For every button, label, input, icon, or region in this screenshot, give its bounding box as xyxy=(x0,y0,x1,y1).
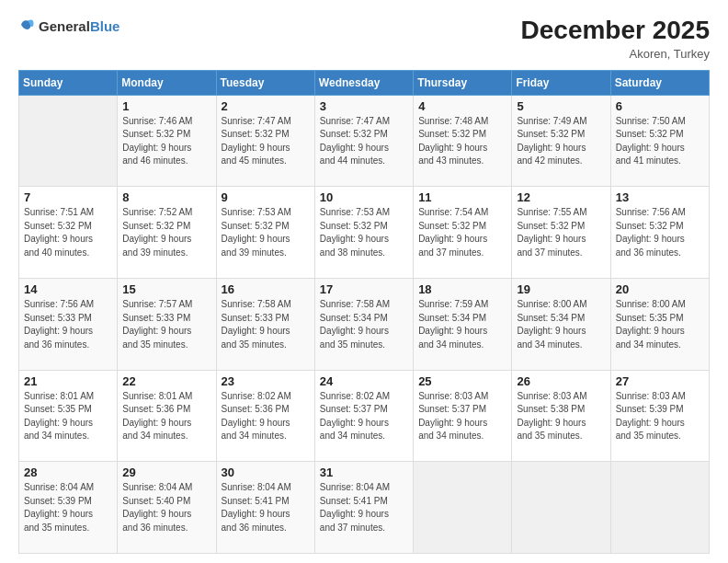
week-row-2: 14Sunrise: 7:56 AM Sunset: 5:33 PM Dayli… xyxy=(19,279,710,371)
day-number: 3 xyxy=(320,99,408,113)
day-detail: Sunrise: 7:48 AM Sunset: 5:32 PM Dayligh… xyxy=(418,115,506,168)
calendar-header: SundayMondayTuesdayWednesdayThursdayFrid… xyxy=(19,70,710,95)
day-detail: Sunrise: 8:02 AM Sunset: 5:36 PM Dayligh… xyxy=(222,390,310,443)
day-number: 13 xyxy=(616,190,704,204)
day-detail: Sunrise: 8:02 AM Sunset: 5:37 PM Dayligh… xyxy=(320,390,408,443)
day-number: 7 xyxy=(24,190,112,204)
day-cell: 24Sunrise: 8:02 AM Sunset: 5:37 PM Dayli… xyxy=(314,370,413,462)
day-number: 5 xyxy=(517,99,605,113)
day-number: 30 xyxy=(222,465,310,479)
day-detail: Sunrise: 7:53 AM Sunset: 5:32 PM Dayligh… xyxy=(320,206,408,259)
day-detail: Sunrise: 7:59 AM Sunset: 5:34 PM Dayligh… xyxy=(418,298,506,351)
calendar-body: 1Sunrise: 7:46 AM Sunset: 5:32 PM Daylig… xyxy=(19,95,710,553)
day-detail: Sunrise: 8:01 AM Sunset: 5:35 PM Dayligh… xyxy=(24,390,112,443)
day-number: 26 xyxy=(517,374,605,388)
day-cell: 30Sunrise: 8:04 AM Sunset: 5:41 PM Dayli… xyxy=(216,462,314,554)
logo: GeneralBlue xyxy=(18,17,119,37)
day-number: 24 xyxy=(320,374,408,388)
day-number: 14 xyxy=(24,282,112,296)
day-cell: 16Sunrise: 7:58 AM Sunset: 5:33 PM Dayli… xyxy=(216,279,314,371)
day-number: 18 xyxy=(418,282,506,296)
day-detail: Sunrise: 8:03 AM Sunset: 5:39 PM Dayligh… xyxy=(616,390,704,443)
day-cell: 22Sunrise: 8:01 AM Sunset: 5:36 PM Dayli… xyxy=(118,370,216,462)
day-number: 17 xyxy=(320,282,408,296)
day-number: 4 xyxy=(418,99,506,113)
week-row-3: 21Sunrise: 8:01 AM Sunset: 5:35 PM Dayli… xyxy=(19,370,710,462)
day-cell: 6Sunrise: 7:50 AM Sunset: 5:32 PM Daylig… xyxy=(610,95,709,187)
day-detail: Sunrise: 7:56 AM Sunset: 5:33 PM Dayligh… xyxy=(24,298,112,351)
day-cell: 5Sunrise: 7:49 AM Sunset: 5:32 PM Daylig… xyxy=(512,95,610,187)
day-cell: 27Sunrise: 8:03 AM Sunset: 5:39 PM Dayli… xyxy=(610,370,709,462)
day-number: 23 xyxy=(222,374,310,388)
week-row-0: 1Sunrise: 7:46 AM Sunset: 5:32 PM Daylig… xyxy=(19,95,710,187)
day-detail: Sunrise: 8:03 AM Sunset: 5:37 PM Dayligh… xyxy=(418,390,506,443)
day-cell: 14Sunrise: 7:56 AM Sunset: 5:33 PM Dayli… xyxy=(19,279,118,371)
day-cell: 9Sunrise: 7:53 AM Sunset: 5:32 PM Daylig… xyxy=(216,187,314,279)
day-number: 6 xyxy=(616,99,704,113)
day-number: 20 xyxy=(616,282,704,296)
title-area: December 2025 Akoren, Turkey xyxy=(521,17,710,61)
day-number: 31 xyxy=(320,465,408,479)
day-cell: 23Sunrise: 8:02 AM Sunset: 5:36 PM Dayli… xyxy=(216,370,314,462)
day-detail: Sunrise: 7:51 AM Sunset: 5:32 PM Dayligh… xyxy=(24,206,112,259)
day-cell: 31Sunrise: 8:04 AM Sunset: 5:41 PM Dayli… xyxy=(314,462,413,554)
day-detail: Sunrise: 8:04 AM Sunset: 5:39 PM Dayligh… xyxy=(24,481,112,534)
day-number: 10 xyxy=(320,190,408,204)
day-detail: Sunrise: 7:53 AM Sunset: 5:32 PM Dayligh… xyxy=(222,206,310,259)
day-number: 2 xyxy=(222,99,310,113)
day-detail: Sunrise: 8:01 AM Sunset: 5:36 PM Dayligh… xyxy=(122,390,210,443)
day-number: 8 xyxy=(122,190,210,204)
day-cell: 29Sunrise: 8:04 AM Sunset: 5:40 PM Dayli… xyxy=(118,462,216,554)
day-number: 28 xyxy=(24,465,112,479)
day-cell: 26Sunrise: 8:03 AM Sunset: 5:38 PM Dayli… xyxy=(512,370,610,462)
header-row: SundayMondayTuesdayWednesdayThursdayFrid… xyxy=(19,70,710,95)
day-number: 22 xyxy=(122,374,210,388)
day-number: 16 xyxy=(222,282,310,296)
day-cell: 15Sunrise: 7:57 AM Sunset: 5:33 PM Dayli… xyxy=(118,279,216,371)
day-cell: 18Sunrise: 7:59 AM Sunset: 5:34 PM Dayli… xyxy=(414,279,512,371)
day-cell xyxy=(414,462,512,554)
page: GeneralBlue December 2025 Akoren, Turkey… xyxy=(0,0,728,563)
day-detail: Sunrise: 7:47 AM Sunset: 5:32 PM Dayligh… xyxy=(222,115,310,168)
day-detail: Sunrise: 8:00 AM Sunset: 5:34 PM Dayligh… xyxy=(517,298,605,351)
header-cell-saturday: Saturday xyxy=(610,70,709,95)
logo-text: GeneralBlue xyxy=(39,18,119,35)
header-cell-wednesday: Wednesday xyxy=(314,70,413,95)
day-number: 25 xyxy=(418,374,506,388)
day-cell xyxy=(512,462,610,554)
day-number: 9 xyxy=(222,190,310,204)
day-cell xyxy=(610,462,709,554)
day-number: 11 xyxy=(418,190,506,204)
day-cell: 11Sunrise: 7:54 AM Sunset: 5:32 PM Dayli… xyxy=(414,187,512,279)
header-cell-sunday: Sunday xyxy=(19,70,118,95)
day-detail: Sunrise: 8:00 AM Sunset: 5:35 PM Dayligh… xyxy=(616,298,704,351)
day-cell: 25Sunrise: 8:03 AM Sunset: 5:37 PM Dayli… xyxy=(414,370,512,462)
day-number: 19 xyxy=(517,282,605,296)
logo-icon xyxy=(18,17,35,37)
day-detail: Sunrise: 7:54 AM Sunset: 5:32 PM Dayligh… xyxy=(418,206,506,259)
day-cell: 20Sunrise: 8:00 AM Sunset: 5:35 PM Dayli… xyxy=(610,279,709,371)
day-number: 12 xyxy=(517,190,605,204)
day-detail: Sunrise: 7:52 AM Sunset: 5:32 PM Dayligh… xyxy=(122,206,210,259)
day-cell: 28Sunrise: 8:04 AM Sunset: 5:39 PM Dayli… xyxy=(19,462,118,554)
day-number: 29 xyxy=(122,465,210,479)
day-cell: 8Sunrise: 7:52 AM Sunset: 5:32 PM Daylig… xyxy=(118,187,216,279)
day-number: 21 xyxy=(24,374,112,388)
day-cell: 2Sunrise: 7:47 AM Sunset: 5:32 PM Daylig… xyxy=(216,95,314,187)
day-detail: Sunrise: 7:47 AM Sunset: 5:32 PM Dayligh… xyxy=(320,115,408,168)
day-cell: 10Sunrise: 7:53 AM Sunset: 5:32 PM Dayli… xyxy=(314,187,413,279)
day-detail: Sunrise: 7:46 AM Sunset: 5:32 PM Dayligh… xyxy=(122,115,210,168)
day-detail: Sunrise: 7:49 AM Sunset: 5:32 PM Dayligh… xyxy=(517,115,605,168)
header: GeneralBlue December 2025 Akoren, Turkey xyxy=(18,17,710,61)
day-detail: Sunrise: 7:50 AM Sunset: 5:32 PM Dayligh… xyxy=(616,115,704,168)
day-detail: Sunrise: 8:04 AM Sunset: 5:40 PM Dayligh… xyxy=(122,481,210,534)
day-cell: 13Sunrise: 7:56 AM Sunset: 5:32 PM Dayli… xyxy=(610,187,709,279)
day-cell: 7Sunrise: 7:51 AM Sunset: 5:32 PM Daylig… xyxy=(19,187,118,279)
month-title: December 2025 xyxy=(521,17,710,45)
day-cell: 1Sunrise: 7:46 AM Sunset: 5:32 PM Daylig… xyxy=(118,95,216,187)
day-detail: Sunrise: 7:58 AM Sunset: 5:33 PM Dayligh… xyxy=(222,298,310,351)
week-row-1: 7Sunrise: 7:51 AM Sunset: 5:32 PM Daylig… xyxy=(19,187,710,279)
day-detail: Sunrise: 7:55 AM Sunset: 5:32 PM Dayligh… xyxy=(517,206,605,259)
calendar-table: SundayMondayTuesdayWednesdayThursdayFrid… xyxy=(18,70,710,554)
day-detail: Sunrise: 8:03 AM Sunset: 5:38 PM Dayligh… xyxy=(517,390,605,443)
